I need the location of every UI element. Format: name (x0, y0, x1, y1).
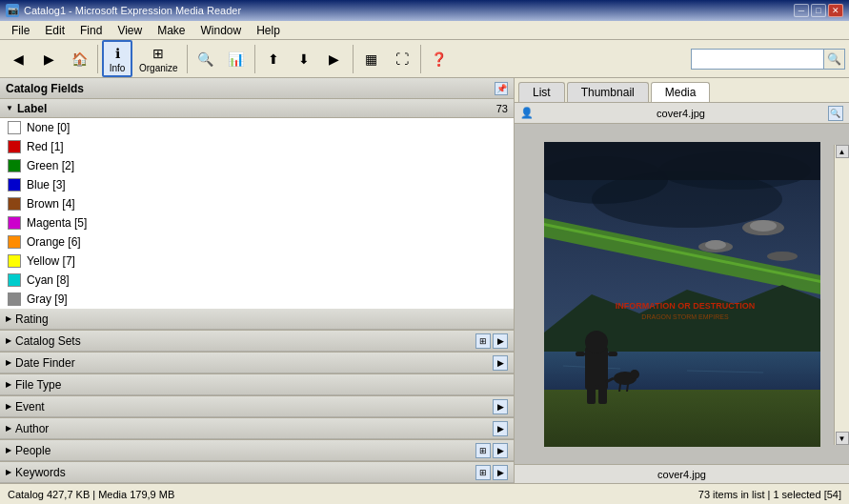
pin-button[interactable]: 📌 (495, 82, 508, 95)
list-item[interactable]: Yellow [7] (0, 252, 514, 271)
catalog-sets-icon-2[interactable]: ▶ (493, 333, 508, 349)
list-item[interactable]: Blue [3] (0, 175, 514, 194)
people-collapse-icon: ▶ (6, 446, 11, 454)
minimize-button[interactable]: ─ (794, 4, 809, 17)
label-brown: Brown [4] (27, 197, 75, 211)
media-image-container: INFORMATION OR DESTRUCTION DRAGON STORM … (515, 124, 849, 464)
media-scrollbar[interactable]: ▲ ▼ (834, 145, 849, 445)
author-icon[interactable]: ▶ (493, 421, 508, 436)
catalog-sets-header[interactable]: ▶ Catalog Sets ⊞ ▶ (0, 331, 514, 352)
label-section-header[interactable]: ▼ Label 73 (0, 99, 514, 118)
people-icon-2[interactable]: ▶ (493, 443, 508, 458)
list-item[interactable]: Red [1] (0, 137, 514, 156)
menu-edit[interactable]: Edit (37, 22, 72, 39)
list-item[interactable]: None [0] (0, 118, 514, 137)
forward-button[interactable]: ▶ (34, 47, 63, 71)
chart-button[interactable]: 📊 (222, 47, 251, 71)
info-button[interactable]: ℹ Info (102, 40, 132, 77)
keywords-header[interactable]: ▶ Keywords ⊞ ▶ (0, 462, 514, 483)
fullscreen-button[interactable]: ⛶ (388, 47, 416, 71)
media-header: 👤 cover4.jpg 🔍 (515, 103, 849, 124)
list-item[interactable]: Gray [9] (0, 290, 514, 309)
date-finder-icon[interactable]: ▶ (493, 355, 508, 371)
list-item[interactable]: Green [2] (0, 156, 514, 175)
keywords-icon-1[interactable]: ⊞ (475, 465, 491, 480)
separator-2 (187, 45, 188, 73)
back-button[interactable]: ◀ (4, 47, 32, 71)
keywords-icons: ⊞ ▶ (475, 465, 508, 480)
label-count: 73 (496, 103, 508, 114)
event-header[interactable]: ▶ Event ▶ (0, 396, 514, 417)
tab-media[interactable]: Media (651, 82, 711, 102)
menu-help[interactable]: Help (249, 22, 288, 39)
label-blue: Blue [3] (27, 178, 66, 192)
play-button[interactable]: ▶ (320, 47, 349, 71)
window-title: Catalog1 - Microsoft Expression Media Re… (24, 5, 794, 16)
organize-button[interactable]: ⊞ Organize (134, 41, 183, 76)
menu-window[interactable]: Window (193, 22, 250, 39)
people-label: People (15, 444, 51, 457)
rating-section: ▶ Rating (0, 309, 514, 331)
back-icon: ◀ (9, 50, 28, 69)
left-scroll-area[interactable]: ▼ Label 73 None [0] Red [1] Green (0, 99, 514, 483)
rating-section-header[interactable]: ▶ Rating (0, 309, 514, 330)
event-section: ▶ Event ▶ (0, 396, 514, 418)
svg-point-18 (585, 331, 608, 353)
svg-rect-4 (544, 142, 820, 180)
svg-rect-21 (587, 385, 596, 404)
label-gray: Gray [9] (27, 292, 68, 306)
label-green: Green [2] (27, 159, 74, 172)
close-button[interactable]: ✕ (828, 4, 843, 17)
svg-line-27 (627, 384, 628, 392)
search-input[interactable] (691, 49, 824, 70)
upload-button[interactable]: ⬆ (259, 47, 288, 71)
menu-file[interactable]: File (4, 22, 37, 39)
menu-find[interactable]: Find (72, 22, 110, 39)
list-item[interactable]: Magenta [5] (0, 213, 514, 232)
date-finder-section: ▶ Date Finder ▶ (0, 353, 514, 374)
help-button[interactable]: ❓ (425, 47, 454, 71)
event-icon[interactable]: ▶ (493, 399, 508, 414)
keywords-icon-2[interactable]: ▶ (493, 465, 508, 480)
separator-1 (97, 45, 98, 73)
scroll-down-button[interactable]: ▼ (836, 432, 849, 445)
home-button[interactable]: 🏠 (65, 47, 93, 71)
cover-image: INFORMATION OR DESTRUCTION DRAGON STORM … (544, 142, 820, 447)
search-go-button[interactable]: 🔍 (824, 49, 845, 70)
menu-make[interactable]: Make (150, 22, 192, 39)
tab-thumbnail[interactable]: Thumbnail (567, 82, 649, 102)
media-header-person-icon: 👤 (520, 107, 534, 119)
color-swatch-green (8, 159, 21, 172)
list-item[interactable]: Brown [4] (0, 194, 514, 213)
color-swatch-red (8, 140, 21, 153)
catalog-sets-label: Catalog Sets (15, 334, 81, 348)
maximize-button[interactable]: □ (811, 4, 826, 17)
list-item[interactable]: Cyan [8] (0, 271, 514, 290)
catalog-fields-title: Catalog Fields (6, 82, 84, 95)
separator-5 (420, 45, 421, 73)
file-type-section: ▶ File Type (0, 374, 514, 396)
search-go-icon: 🔍 (827, 52, 841, 66)
list-item[interactable]: Orange [6] (0, 232, 514, 252)
menu-view[interactable]: View (110, 22, 150, 39)
author-header[interactable]: ▶ Author ▶ (0, 418, 514, 439)
grid-button[interactable]: ▦ (357, 47, 386, 71)
media-header-zoom-btn[interactable]: 🔍 (828, 106, 843, 121)
tab-list[interactable]: List (518, 82, 565, 102)
date-finder-header[interactable]: ▶ Date Finder ▶ (0, 353, 514, 373)
file-type-label: File Type (15, 378, 61, 392)
people-icon-1[interactable]: ⊞ (475, 443, 491, 458)
svg-text:INFORMATION OR DESTRUCTION: INFORMATION OR DESTRUCTION (615, 301, 754, 311)
svg-point-11 (767, 252, 798, 261)
catalog-sets-icon-1[interactable]: ⊞ (475, 333, 491, 349)
file-type-header[interactable]: ▶ File Type (0, 374, 514, 395)
label-collapse-icon: ▼ (6, 104, 13, 112)
search-btn[interactable]: 🔍 (192, 47, 220, 71)
scroll-up-button[interactable]: ▲ (836, 145, 849, 158)
date-finder-collapse-icon: ▶ (6, 358, 11, 367)
color-swatch-orange (8, 235, 21, 249)
left-panel: Catalog Fields 📌 ▼ Label 73 None [0] Red (0, 78, 515, 483)
download-button[interactable]: ⬇ (290, 47, 318, 71)
view-tabs: List Thumbnail Media (515, 78, 849, 103)
people-header[interactable]: ▶ People ⊞ ▶ (0, 440, 514, 461)
